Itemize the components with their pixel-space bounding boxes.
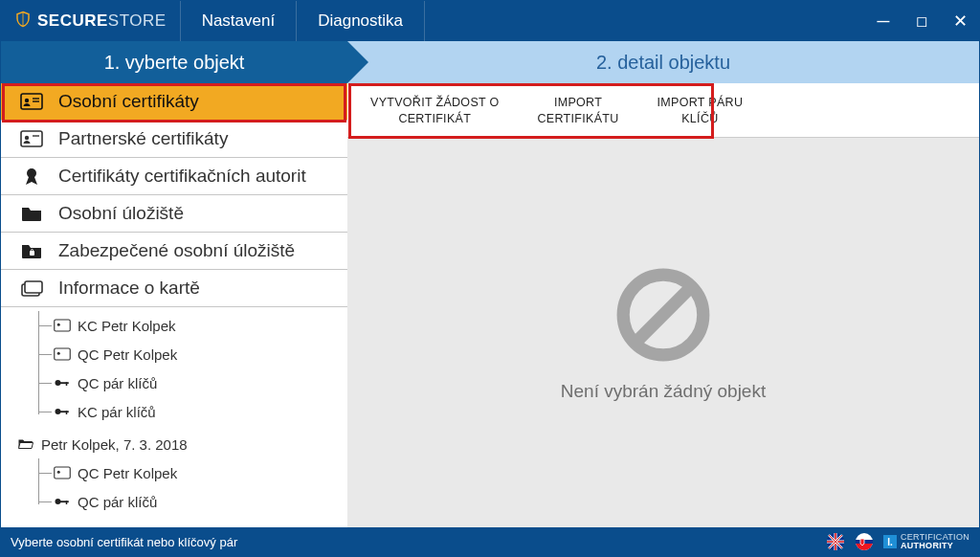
category-card-info[interactable]: Informace o kartě — [1, 270, 347, 307]
close-icon: ✕ — [953, 11, 968, 32]
tree-item-label: QC pár klíčů — [78, 494, 157, 510]
action-create-request[interactable]: VYTVOŘIT ŽÁDOST O CERTIFIKÁT — [370, 95, 500, 127]
svg-rect-21 — [66, 411, 68, 414]
tree-group: KC Petr Kolpek QC Petr Kolpek QC pár klí… — [16, 311, 347, 426]
folder-icon — [18, 203, 45, 224]
svg-rect-22 — [55, 467, 71, 479]
svg-rect-14 — [55, 348, 71, 360]
tree-item[interactable]: QC Petr Kolpek — [16, 340, 347, 368]
id-card-icon — [53, 465, 72, 480]
category-label: Informace o kartě — [58, 278, 200, 299]
folder-lock-icon — [18, 240, 45, 261]
svg-point-15 — [57, 352, 60, 355]
svg-point-5 — [25, 136, 29, 140]
svg-rect-20 — [60, 411, 69, 412]
action-bar: VYTVOŘIT ŽÁDOST O CERTIFIKÁT IMPORT CERT… — [347, 83, 979, 138]
category-secure-storage[interactable]: Zabezpečené osobní úložiště — [1, 233, 347, 270]
category-label: Osobní úložiště — [58, 203, 184, 224]
minimize-button[interactable]: ─ — [864, 1, 902, 41]
ca-badge-icon: I. — [883, 535, 897, 548]
key-icon — [53, 375, 72, 390]
tree-item-label: KC pár klíčů — [78, 404, 156, 420]
key-icon — [53, 404, 72, 419]
app-frame: SECURESTORE Nastavení Diagnostika ─ ◻ ✕ … — [0, 0, 980, 557]
empty-state: Není vybrán žádný objekt — [347, 138, 979, 527]
tree-item-label: KC Petr Kolpek — [78, 318, 176, 334]
svg-point-1 — [25, 99, 29, 102]
svg-point-19 — [56, 409, 61, 414]
tree-item[interactable]: QC pár klíčů — [16, 368, 347, 397]
step-bar: 1. vyberte objekt 2. detail objektu — [1, 41, 979, 83]
category-personal-certificates[interactable]: Osobní certifikáty — [1, 83, 347, 121]
category-personal-storage[interactable]: Osobní úložiště — [1, 195, 347, 233]
svg-line-28 — [635, 288, 690, 343]
action-label-line: IMPORT — [538, 95, 619, 111]
svg-rect-11 — [25, 281, 42, 293]
tree-item[interactable]: QC pár klíčů — [16, 487, 347, 516]
id-card-icon — [53, 318, 72, 333]
title-spacer — [425, 1, 864, 41]
app-logo: SECURESTORE — [1, 1, 181, 41]
category-label: Certifikáty certifikačních autorit — [58, 166, 306, 187]
tree-item-label: QC pár klíčů — [78, 375, 157, 391]
maximize-icon: ◻ — [916, 12, 927, 30]
tree-folder-label: Petr Kolpek, 7. 3. 2018 — [41, 436, 188, 453]
medal-icon — [18, 166, 45, 187]
tree-item[interactable]: QC Petr Kolpek — [16, 458, 347, 487]
id-card-icon — [53, 346, 72, 362]
svg-rect-18 — [66, 382, 68, 386]
svg-rect-12 — [55, 320, 71, 331]
status-message: Vyberte osobní certifikát nebo klíčový p… — [11, 535, 237, 549]
action-import-certificate[interactable]: IMPORT CERTIFIKÁTU — [538, 95, 619, 127]
category-list: Osobní certifikáty Partnerské certifikát… — [1, 83, 347, 307]
svg-point-7 — [27, 168, 36, 178]
empty-state-text: Není vybrán žádný objekt — [561, 381, 766, 402]
action-label-line: VYTVOŘIT ŽÁDOST O — [370, 95, 500, 111]
svg-point-24 — [56, 499, 61, 504]
app-title: SECURESTORE — [37, 11, 167, 31]
menu-settings[interactable]: Nastavení — [181, 1, 298, 41]
svg-rect-8 — [30, 251, 34, 256]
svg-point-13 — [57, 323, 60, 326]
object-tree: KC Petr Kolpek QC Petr Kolpek QC pár klí… — [1, 307, 347, 527]
flag-sk-icon[interactable] — [855, 532, 874, 551]
id-card-icon — [18, 128, 45, 149]
folder-open-icon — [16, 436, 35, 452]
action-label-line: CERTIFIKÁT — [370, 111, 500, 127]
tree-item-label: QC Petr Kolpek — [78, 465, 177, 481]
action-import-keypair[interactable]: IMPORT PÁRU KLÍČŮ — [657, 95, 744, 127]
svg-rect-26 — [66, 501, 68, 504]
category-ca-certificates[interactable]: Certifikáty certifikačních autorit — [1, 158, 347, 195]
key-icon — [53, 494, 72, 509]
svg-rect-25 — [60, 501, 69, 502]
title-bar: SECURESTORE Nastavení Diagnostika ─ ◻ ✕ — [1, 1, 979, 41]
right-panel: VYTVOŘIT ŽÁDOST O CERTIFIKÁT IMPORT CERT… — [347, 83, 979, 527]
prohibited-icon — [611, 262, 716, 371]
main-area: Osobní certifikáty Partnerské certifikát… — [1, 83, 979, 527]
left-panel: Osobní certifikáty Partnerské certifikát… — [1, 83, 347, 527]
ca-badge[interactable]: I. CERTIFICATION AUTHORITY — [883, 533, 969, 551]
tree-folder[interactable]: Petr Kolpek, 7. 3. 2018 — [16, 430, 347, 458]
id-card-icon — [18, 91, 45, 112]
svg-rect-17 — [60, 382, 69, 384]
action-label-line: IMPORT PÁRU — [657, 95, 744, 111]
svg-rect-4 — [21, 131, 42, 146]
step-object-detail: 2. detail objektu — [347, 41, 979, 83]
minimize-icon: ─ — [878, 11, 890, 32]
tree-item[interactable]: KC Petr Kolpek — [16, 311, 347, 340]
flag-uk-icon[interactable] — [826, 532, 845, 551]
step-select-object: 1. vyberte objekt — [1, 41, 347, 83]
category-partner-certificates[interactable]: Partnerské certifikáty — [1, 121, 347, 158]
svg-point-23 — [57, 471, 60, 474]
ca-badge-text: CERTIFICATION AUTHORITY — [901, 533, 969, 551]
close-button[interactable]: ✕ — [941, 1, 979, 41]
tree-item-label: QC Petr Kolpek — [78, 346, 177, 363]
maximize-button[interactable]: ◻ — [902, 1, 941, 41]
category-label: Zabezpečené osobní úložiště — [58, 240, 295, 261]
menu-diagnostics[interactable]: Diagnostika — [297, 1, 425, 41]
shield-icon — [14, 11, 32, 32]
tree-item[interactable]: KC pár klíčů — [16, 397, 347, 426]
action-label-line: CERTIFIKÁTU — [538, 111, 619, 127]
status-bar: Vyberte osobní certifikát nebo klíčový p… — [1, 527, 979, 556]
category-label: Osobní certifikáty — [58, 91, 199, 112]
